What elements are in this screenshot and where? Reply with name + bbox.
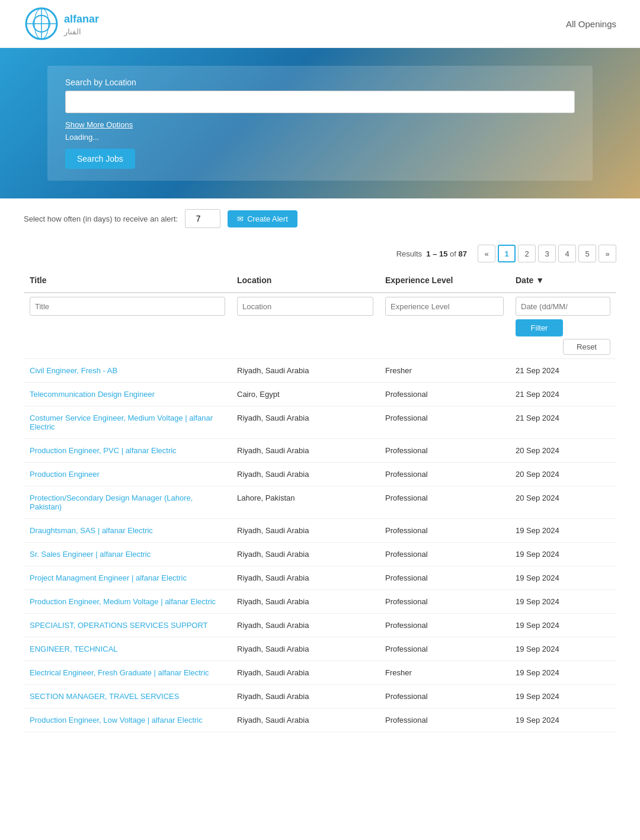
date-filter-cell: Filter Reset (510, 293, 616, 359)
job-experience-cell: Professional (379, 590, 510, 614)
job-location-cell: Riyadh, Saudi Arabia (231, 661, 379, 685)
page-prev-button[interactable]: « (478, 245, 495, 262)
job-date-cell: 21 Sep 2024 (510, 406, 616, 439)
col-title-header: Title (24, 268, 231, 293)
location-search-input[interactable] (65, 91, 575, 113)
alert-label: Select how often (in days) to receive an… (24, 214, 178, 223)
job-date-cell: 20 Sep 2024 (510, 486, 616, 519)
job-date-cell: 19 Sep 2024 (510, 566, 616, 590)
job-title-link[interactable]: Production Engineer, Low Voltage | alfan… (30, 716, 203, 724)
table-row: SECTION MANAGER, TRAVEL SERVICESRiyadh, … (24, 685, 616, 708)
job-location-cell: Lahore, Pakistan (231, 486, 379, 519)
job-location-cell: Riyadh, Saudi Arabia (231, 463, 379, 486)
table-row: Telecommunication Design EngineerCairo, … (24, 383, 616, 406)
location-filter-input[interactable] (237, 297, 373, 316)
page-2-button[interactable]: 2 (518, 245, 536, 262)
job-date-cell: 19 Sep 2024 (510, 614, 616, 637)
job-location-cell: Riyadh, Saudi Arabia (231, 406, 379, 439)
all-openings-link[interactable]: All Openings (566, 19, 616, 29)
show-more-options-link[interactable]: Show More Options (65, 120, 133, 129)
job-experience-cell: Professional (379, 463, 510, 486)
create-alert-button[interactable]: ✉ Create Alert (228, 210, 297, 227)
job-experience-cell: Professional (379, 406, 510, 439)
job-title-cell: Protection/Secondary Design Manager (Lah… (24, 486, 231, 519)
job-location-cell: Riyadh, Saudi Arabia (231, 439, 379, 463)
page-3-button[interactable]: 3 (538, 245, 556, 262)
alert-days-input[interactable] (185, 209, 220, 228)
svg-text:الفنار: الفنار (63, 27, 81, 37)
filter-row: Filter Reset (24, 293, 616, 359)
job-title-link[interactable]: SECTION MANAGER, TRAVEL SERVICES (30, 692, 179, 701)
page-1-button[interactable]: 1 (498, 245, 516, 262)
job-title-link[interactable]: Telecommunication Design Engineer (30, 390, 155, 399)
table-row: SPECIALIST, OPERATIONS SERVICES SUPPORTR… (24, 614, 616, 637)
job-title-cell: Draughtsman, SAS | alfanar Electric (24, 519, 231, 543)
job-title-link[interactable]: Production Engineer, PVC | alfanar Elect… (30, 446, 177, 455)
job-title-link[interactable]: Civil Engineer, Fresh - AB (30, 366, 117, 375)
job-title-link[interactable]: Sr. Sales Engineer | alfanar Electric (30, 550, 151, 559)
job-title-link[interactable]: Project Managment Engineer | alfanar Ele… (30, 573, 187, 582)
job-title-cell: ENGINEER, TECHNICAL (24, 637, 231, 661)
job-location-cell: Riyadh, Saudi Arabia (231, 590, 379, 614)
job-date-cell: 19 Sep 2024 (510, 661, 616, 685)
table-row: Protection/Secondary Design Manager (Lah… (24, 486, 616, 519)
job-title-cell: Production Engineer (24, 463, 231, 486)
job-title-link[interactable]: ENGINEER, TECHNICAL (30, 645, 118, 653)
table-header-row: Title Location Experience Level Date ▼ (24, 268, 616, 293)
job-title-cell: Costumer Service Engineer, Medium Voltag… (24, 406, 231, 439)
location-filter-cell (231, 293, 379, 359)
job-experience-cell: Professional (379, 543, 510, 566)
page-next-button[interactable]: » (599, 245, 616, 262)
table-row: Project Managment Engineer | alfanar Ele… (24, 566, 616, 590)
pagination: « 1 2 3 4 5 » (478, 245, 616, 262)
filter-button[interactable]: Filter (516, 319, 563, 336)
job-date-cell: 19 Sep 2024 (510, 637, 616, 661)
col-experience-header: Experience Level (379, 268, 510, 293)
job-title-link[interactable]: SPECIALIST, OPERATIONS SERVICES SUPPORT (30, 621, 208, 630)
jobs-list: Civil Engineer, Fresh - ABRiyadh, Saudi … (24, 359, 616, 732)
job-date-cell: 20 Sep 2024 (510, 439, 616, 463)
job-location-cell: Riyadh, Saudi Arabia (231, 614, 379, 637)
job-title-link[interactable]: Production Engineer (30, 470, 100, 479)
table-row: Costumer Service Engineer, Medium Voltag… (24, 406, 616, 439)
job-location-cell: Riyadh, Saudi Arabia (231, 359, 379, 383)
job-experience-cell: Professional (379, 519, 510, 543)
job-experience-cell: Professional (379, 614, 510, 637)
table-row: Draughtsman, SAS | alfanar ElectricRiyad… (24, 519, 616, 543)
page-5-button[interactable]: 5 (578, 245, 596, 262)
job-location-cell: Riyadh, Saudi Arabia (231, 685, 379, 708)
search-section: Search by Location Show More Options Loa… (47, 66, 593, 181)
job-experience-cell: Professional (379, 685, 510, 708)
reset-button[interactable]: Reset (563, 339, 610, 355)
job-date-cell: 19 Sep 2024 (510, 590, 616, 614)
job-title-cell: Telecommunication Design Engineer (24, 383, 231, 406)
title-filter-input[interactable] (30, 297, 225, 316)
job-title-link[interactable]: Costumer Service Engineer, Medium Voltag… (30, 413, 213, 431)
date-filter-input[interactable] (516, 297, 610, 316)
header: alfanar الفنار All Openings (0, 0, 640, 48)
page-4-button[interactable]: 4 (558, 245, 576, 262)
table-row: Production EngineerRiyadh, Saudi ArabiaP… (24, 463, 616, 486)
job-location-cell: Riyadh, Saudi Arabia (231, 637, 379, 661)
experience-filter-cell (379, 293, 510, 359)
job-experience-cell: Professional (379, 486, 510, 519)
job-title-cell: Production Engineer, PVC | alfanar Elect… (24, 439, 231, 463)
job-location-cell: Riyadh, Saudi Arabia (231, 519, 379, 543)
table-row: Civil Engineer, Fresh - ABRiyadh, Saudi … (24, 359, 616, 383)
job-title-link[interactable]: Electrical Engineer, Fresh Graduate | al… (30, 668, 209, 677)
experience-filter-input[interactable] (385, 297, 504, 316)
results-header: Results 1 – 15 of 87 « 1 2 3 4 5 » (0, 239, 640, 268)
job-title-link[interactable]: Protection/Secondary Design Manager (Lah… (30, 493, 193, 511)
job-location-cell: Riyadh, Saudi Arabia (231, 543, 379, 566)
job-date-cell: 21 Sep 2024 (510, 383, 616, 406)
job-title-cell: Production Engineer, Low Voltage | alfan… (24, 708, 231, 732)
col-date-header[interactable]: Date ▼ (510, 268, 616, 293)
hero-section: Search by Location Show More Options Loa… (0, 48, 640, 198)
job-date-cell: 19 Sep 2024 (510, 543, 616, 566)
job-location-cell: Riyadh, Saudi Arabia (231, 566, 379, 590)
job-location-cell: Riyadh, Saudi Arabia (231, 708, 379, 732)
job-title-link[interactable]: Production Engineer, Medium Voltage | al… (30, 597, 216, 606)
table-row: ENGINEER, TECHNICALRiyadh, Saudi ArabiaP… (24, 637, 616, 661)
job-title-link[interactable]: Draughtsman, SAS | alfanar Electric (30, 526, 153, 535)
search-jobs-button[interactable]: Search Jobs (65, 149, 135, 169)
